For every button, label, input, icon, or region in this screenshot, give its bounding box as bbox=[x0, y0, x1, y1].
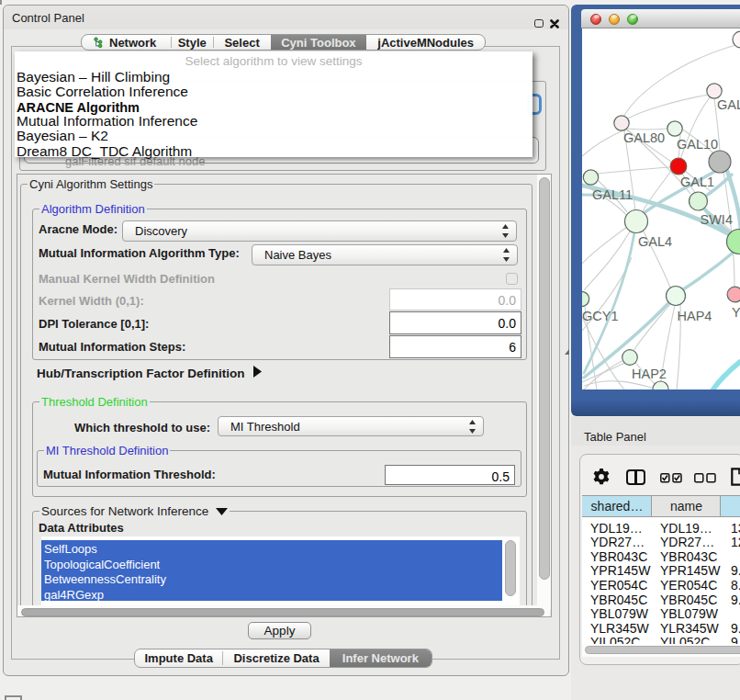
svg-text:GAL80: GAL80 bbox=[623, 130, 665, 145]
svg-text:GAL4: GAL4 bbox=[638, 234, 672, 249]
svg-text:HAP4: HAP4 bbox=[678, 309, 712, 323]
svg-text:SWI4: SWI4 bbox=[701, 212, 733, 227]
svg-text:HAP2: HAP2 bbox=[632, 367, 667, 381]
svg-text:GAL10: GAL10 bbox=[677, 137, 718, 152]
svg-text:GAL11: GAL11 bbox=[592, 187, 633, 202]
svg-text:GCY1: GCY1 bbox=[582, 309, 619, 323]
svg-text:GAL2: GAL2 bbox=[717, 97, 740, 112]
svg-text:YJ: YJ bbox=[732, 305, 740, 320]
svg-text:GAL1: GAL1 bbox=[680, 175, 714, 189]
